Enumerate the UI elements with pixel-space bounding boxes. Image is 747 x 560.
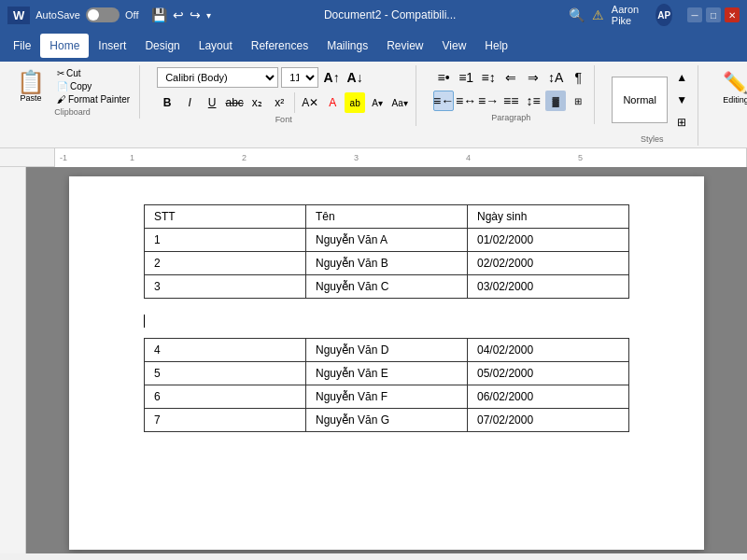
menu-home[interactable]: Home [40, 34, 89, 58]
show-hide-button[interactable]: ¶ [568, 67, 588, 88]
copy-button[interactable]: 📄Copy [53, 80, 134, 92]
align-left-button[interactable]: ≡← [433, 91, 454, 111]
clear-format-button[interactable]: A✕ [300, 92, 320, 113]
styles-up-button[interactable]: ▲ [671, 67, 692, 88]
font-color-button[interactable]: A▾ [367, 92, 388, 113]
styles-selector[interactable]: Normal [612, 77, 668, 123]
change-case-button[interactable]: Aa▾ [389, 92, 410, 113]
table-cell: Nguyễn Văn F [305, 385, 467, 409]
bold-button[interactable]: B [157, 92, 177, 113]
table-cell: 7 [145, 409, 306, 432]
align-center-button[interactable]: ≡↔ [456, 91, 476, 111]
user-avatar[interactable]: AP [655, 4, 672, 26]
maximize-button[interactable]: □ [706, 7, 721, 22]
cut-button[interactable]: ✂Cut [53, 67, 134, 79]
menu-insert[interactable]: Insert [89, 34, 135, 58]
ruler-mark-4: 4 [466, 153, 471, 162]
menu-mailings[interactable]: Mailings [317, 34, 377, 58]
table-cell: 1 [145, 229, 306, 252]
menu-help[interactable]: Help [475, 34, 517, 58]
font-size-select[interactable]: 11 [281, 67, 318, 88]
menu-file[interactable]: File [4, 34, 40, 58]
line-spacing-button[interactable]: ↕≡ [523, 91, 543, 111]
borders-button[interactable]: ⊞ [568, 91, 588, 111]
font-group: Calibri (Body) 11 A↑ A↓ B I U abc x₂ x² … [151, 65, 416, 126]
italic-button[interactable]: I [179, 92, 200, 113]
menu-references[interactable]: References [242, 34, 317, 58]
ruler-mark-5: 5 [578, 153, 583, 162]
align-right-button[interactable]: ≡→ [478, 91, 499, 111]
styles-down-button[interactable]: ▼ [671, 90, 692, 110]
menu-view[interactable]: View [433, 34, 476, 58]
clipboard-group: 📋 Paste ✂Cut 📄Copy 🖌Format Painter Clipb… [6, 65, 140, 119]
styles-group: Normal ▲ ▼ ⊞ Styles [606, 65, 698, 146]
page-container[interactable]: STT Tên Ngày sinh 1Nguyễn Văn A01/02/200… [26, 167, 747, 553]
styles-expand-button[interactable]: ⊞ [671, 112, 692, 133]
justify-button[interactable]: ≡≡ [500, 91, 521, 111]
format-buttons: B I U abc x₂ x² A✕ A ab A▾ Aa▾ [157, 92, 410, 113]
table-row: 3Nguyễn Văn C03/02/2000 [145, 275, 629, 299]
table-cell: 04/02/2000 [468, 339, 629, 362]
editing-button[interactable]: ✏️ Editing [715, 67, 747, 108]
menu-review[interactable]: Review [377, 34, 432, 58]
document-page[interactable]: STT Tên Ngày sinh 1Nguyễn Văn A01/02/200… [69, 176, 704, 550]
header-ngaysinh: Ngày sinh [468, 205, 629, 229]
redo-icon[interactable]: ↪ [190, 7, 201, 22]
table-2[interactable]: 4Nguyễn Văn D04/02/20005Nguyễn Văn E05/0… [144, 338, 629, 432]
subscript-button[interactable]: x₂ [247, 92, 267, 113]
title-text: Document2 - Compatibili... [324, 8, 456, 21]
increase-indent-button[interactable]: ⇒ [523, 67, 543, 88]
superscript-button[interactable]: x² [269, 92, 289, 113]
numbering-button[interactable]: ≡1 [456, 67, 476, 88]
app-logo: W [7, 7, 30, 24]
table-cell: 01/02/2000 [468, 229, 629, 252]
increase-font-button[interactable]: A↑ [321, 67, 342, 88]
strikethrough-button[interactable]: abc [224, 92, 245, 113]
decrease-indent-button[interactable]: ⇐ [500, 67, 521, 88]
font-label: Font [275, 115, 292, 124]
format-painter-icon: 🖌 [57, 94, 66, 105]
table-1[interactable]: STT Tên Ngày sinh 1Nguyễn Văn A01/02/200… [144, 204, 629, 299]
table-cell: 6 [145, 385, 306, 409]
editing-label: Editing [723, 95, 747, 105]
autosave-label: AutoSave [35, 9, 80, 21]
paste-button[interactable]: 📋 Paste [11, 69, 50, 105]
font-name-select[interactable]: Calibri (Body) [157, 67, 278, 88]
minimize-button[interactable]: ─ [687, 7, 702, 22]
window-controls: ─ □ ✕ [687, 7, 740, 22]
multilevel-button[interactable]: ≡↕ [478, 67, 499, 88]
sort-button[interactable]: ↕A [545, 67, 566, 88]
highlight-button[interactable]: ab [345, 92, 365, 113]
table-cell: Nguyễn Văn D [305, 339, 467, 362]
text-cursor [144, 315, 145, 328]
shading-button[interactable]: ▓ [545, 91, 566, 111]
paste-icon: 📋 [17, 71, 45, 93]
table-cell: Nguyễn Văn B [306, 252, 468, 275]
decrease-font-button[interactable]: A↓ [345, 67, 365, 88]
menu-design[interactable]: Design [135, 34, 189, 58]
autosave-toggle[interactable] [86, 7, 120, 22]
left-ruler [0, 167, 26, 553]
undo-icon[interactable]: ↩ [173, 7, 184, 22]
table-cell: 5 [145, 362, 306, 385]
menu-layout[interactable]: Layout [190, 34, 242, 58]
close-button[interactable]: ✕ [725, 7, 740, 22]
bullets-button[interactable]: ≡• [433, 67, 454, 88]
paragraph-group: ≡• ≡1 ≡↕ ⇐ ⇒ ↕A ¶ ≡← ≡↔ ≡→ ≡≡ ↕≡ ▓ ⊞ Par… [428, 65, 595, 124]
table-cell: Nguyễn Văn G [305, 409, 467, 432]
title-bar-left: W AutoSave Off 💾 ↩ ↪ ▾ [7, 7, 211, 24]
customize-icon[interactable]: ▾ [206, 10, 211, 21]
clipboard-small-btns: ✂Cut 📄Copy 🖌Format Painter [53, 67, 134, 105]
format-painter-button[interactable]: 🖌Format Painter [53, 93, 134, 105]
search-icon[interactable]: 🔍 [569, 7, 585, 22]
table-cell: 05/02/2000 [468, 362, 629, 385]
text-color-button[interactable]: A [322, 92, 343, 113]
save-icon[interactable]: 💾 [151, 7, 167, 22]
underline-button[interactable]: U [202, 92, 222, 113]
styles-text: Normal [623, 94, 655, 105]
copy-icon: 📄 [57, 81, 68, 91]
warning-icon: ⚠ [592, 7, 604, 22]
paragraph-label: Paragraph [491, 113, 530, 122]
table-cell: Nguyễn Văn A [306, 229, 468, 252]
table-cell: Nguyễn Văn E [305, 362, 467, 385]
